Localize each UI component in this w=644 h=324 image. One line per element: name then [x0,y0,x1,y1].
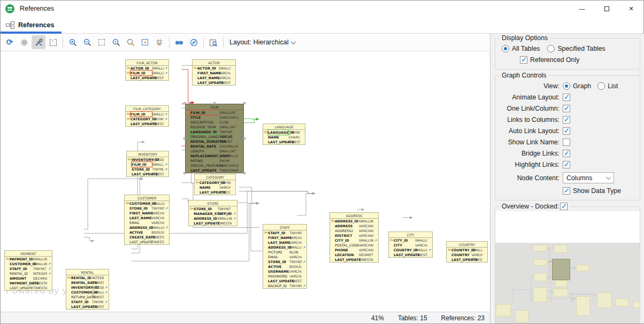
column-row-REPLACEMENT_COST[interactable]: REPLACEMENT_COSTDECIMAL(5,2) [186,153,243,158]
column-row-FILM_ID[interactable]: FILM_IDSMALLINT↗ [126,112,168,117]
reference-link-STORE-STAFF[interactable] [239,187,259,203]
column-row-RENTAL_ID[interactable]: RENTAL_IDINTEGER [66,275,109,280]
table-node-PAYMENT[interactable]: PAYMENTPAYMENT_IDSMALLINTCUSTOMER_IDSMAL… [4,250,52,291]
reference-link-FILM-LANGUAGE[interactable] [244,119,259,119]
selection-handle[interactable] [243,102,246,104]
column-row-LAST_UPDATE[interactable]: LAST_UPDATETIMESTAMP [195,190,235,195]
no-overlap-icon[interactable] [187,35,201,49]
column-row-CITY[interactable]: CITYVARCHAR(50) [389,243,432,248]
table-node-ACTOR[interactable]: ACTORACTOR_IDSMALLINTFIRST_NAMEVARCHAR(4… [192,59,236,86]
column-row-STORE_ID[interactable]: STORE_IDTINYINT↗ [125,206,169,211]
foreign-key-arrow-icon[interactable]: ↗ [373,238,377,243]
column-row-LAST_UPDATE[interactable]: LAST_UPDATETIMESTAMP [447,257,487,262]
table-node-CITY[interactable]: CITYCITY_IDSMALLINTCITYVARCHAR(50)COUNTR… [388,232,433,258]
selection-handle[interactable] [243,137,246,140]
column-row-RETURN_DATE[interactable]: RETURN_DATETIMESTAMP [66,295,109,299]
show-data-type-checkbox[interactable] [563,187,570,195]
column-row-COUNTRY_ID[interactable]: COUNTRY_IDSMALLINT [447,248,487,252]
column-row-COUNTRY[interactable]: COUNTRYVARCHAR(50) [447,252,487,257]
selection-handle[interactable] [213,102,216,104]
column-row-ACTIVE[interactable]: ACTIVEBOOLEAN [125,230,169,235]
close-button[interactable]: ✕ [619,1,643,17]
column-row-ACTOR_ID[interactable]: ACTOR_IDSMALLINT [193,66,235,71]
column-row-LAST_UPDATE[interactable]: LAST_UPDATETIMESTAMP [263,279,306,283]
column-row-LAST_UPDATE[interactable]: LAST_UPDATETIMESTAMP [125,240,169,244]
show-link-name-checkbox[interactable] [563,138,570,146]
maximize-button[interactable] [594,1,619,17]
table-node-LANGUAGE[interactable]: LANGUAGELANGUAGE_IDTINYINTNAMECHAR(20)LA… [263,124,305,145]
column-row-LAST_UPDATE[interactable]: LAST_UPDATETIMESTAMP [127,172,168,176]
column-row-LAST_UPDATE[interactable]: LAST_UPDATETIMESTAMP [126,121,168,126]
column-row-CUSTOMER_ID[interactable]: CUSTOMER_IDSMALLINT↗ [66,290,109,295]
column-row-STAFF_ID[interactable]: STAFF_IDTINYINT↗ [66,299,109,304]
column-row-LAST_UPDATE[interactable]: LAST_UPDATETIMESTAMP [193,80,235,85]
column-row-ADDRESS_ID[interactable]: ADDRESS_IDSMALLINT [330,219,378,223]
foreign-key-arrow-icon[interactable]: ↗ [232,211,236,216]
window-search-icon[interactable] [206,35,220,49]
column-row-PASSWORD[interactable]: PASSWORDVARCHAR(40) [263,274,306,279]
column-row-STORE_ID[interactable]: STORE_IDTINYINT↗ [263,259,306,264]
search-icon[interactable] [124,35,137,49]
column-row-PHONE[interactable]: PHONEVARCHAR(20) [330,248,378,252]
column-row-FILM_ID[interactable]: FILM_IDSMALLINT↗ [127,162,168,167]
selection-handle[interactable] [183,172,186,174]
column-row-MANAGER_STAFF_ID[interactable]: MANAGER_STAFF_IDTINYINT↗ [189,211,237,216]
table-node-CUSTOMER[interactable]: CUSTOMERCUSTOMER_IDSMALLINTSTORE_IDTINYI… [124,195,170,245]
highlight-links-checkbox[interactable] [563,161,570,168]
foreign-key-arrow-icon[interactable]: ↗ [104,285,108,290]
column-row-FIRST_NAME[interactable]: FIRST_NAMEVARCHAR(45) [263,235,306,240]
column-row-LANGUAGE_ID[interactable]: LANGUAGE_IDTINYINT [263,130,305,135]
column-row-CUSTOMER_ID[interactable]: CUSTOMER_IDSMALLINT [125,201,169,206]
tab-references[interactable]: References [1,17,62,33]
view-list-radio[interactable] [597,82,605,90]
column-row-TITLE[interactable]: TITLEVARCHAR(128) [186,115,243,120]
view-graph-radio[interactable] [563,82,570,90]
column-row-ADDRESS_ID[interactable]: ADDRESS_IDSMALLINT↗ [263,245,306,250]
table-node-STORE[interactable]: STORESTORE_IDTINYINTMANAGER_STAFF_IDTINY… [188,200,237,226]
column-row-LENGTH[interactable]: LENGTHSMALLINT [186,149,243,153]
column-row-CUSTOMER_ID[interactable]: CUSTOMER_IDSMALLINT↗ [5,261,52,266]
column-row-CREATE_DATE[interactable]: CREATE_DATETIMESTAMP [125,235,169,240]
column-row-LAST_NAME[interactable]: LAST_NAMEVARCHAR(45) [125,215,169,220]
foreign-key-arrow-icon[interactable]: ↗ [164,162,167,167]
zoom-out-icon[interactable] [80,35,94,49]
table-node-INVENTORY[interactable]: INVENTORYINVENTORY_IDINTEGERFILM_IDSMALL… [126,151,169,177]
zoom-actual-icon[interactable] [109,35,123,49]
column-row-LAST_UPDATE[interactable]: LAST_UPDATETIMESTAMP [66,304,109,309]
table-node-ADDRESS[interactable]: ADDRESSADDRESS_IDSMALLINTADDRESSVARCHAR(… [329,212,379,263]
foreign-key-arrow-icon[interactable]: ↗ [239,129,242,134]
column-row-ACTOR_ID[interactable]: ACTOR_IDSMALLINT↗ [126,66,168,71]
column-row-CITY_ID[interactable]: CITY_IDSMALLINT↗ [330,238,378,243]
find-icon[interactable] [172,35,186,49]
column-row-LAST_UPDATE[interactable]: LAST_UPDATETIMESTAMP [126,75,168,80]
table-node-CATEGORY[interactable]: CATEGORYCATEGORY_IDTINYINTNAMEVARCHAR(25… [194,174,236,195]
refresh-icon[interactable]: ⟳ [3,35,17,49]
column-row-LAST_UPDATE[interactable]: LAST_UPDATETIMESTAMP [330,257,378,262]
zoom-in-icon[interactable] [66,35,80,49]
marquee-zoom-icon[interactable] [95,35,109,49]
layout-selector[interactable]: Layout: Hierarchical [229,38,295,46]
grid-icon[interactable] [152,35,166,49]
foreign-key-arrow-icon[interactable]: ↗ [164,167,167,172]
column-row-ACTIVE[interactable]: ACTIVEBOOLEAN [263,264,306,269]
foreign-key-arrow-icon[interactable]: ↗ [302,259,305,264]
column-row-LOCATION[interactable]: LOCATIONGEOMETRY [330,252,378,257]
column-row-NAME[interactable]: NAMECHAR(20) [263,135,305,140]
overview-docked-checkbox[interactable] [560,203,568,210]
column-row-CATEGORY_ID[interactable]: CATEGORY_IDTINYINT [195,180,235,185]
overview-map[interactable] [495,243,640,323]
table-node-RENTAL[interactable]: RENTALRENTAL_IDINTEGERRENTAL_DATETIMESTA… [66,269,109,310]
selection-handle[interactable] [183,102,186,104]
column-row-FILM_ID[interactable]: FILM_IDSMALLINT [186,110,243,115]
column-row-CATEGORY_ID[interactable]: CATEGORY_IDTINYINT↗ [126,117,168,121]
table-node-COUNTRY[interactable]: COUNTRYCOUNTRY_IDSMALLINTCOUNTRYVARCHAR(… [446,241,488,263]
foreign-key-arrow-icon[interactable]: ↗ [164,206,168,211]
column-row-RATING[interactable]: RATINGENUM [186,158,243,163]
foreign-key-arrow-icon[interactable]: ↗ [164,225,168,230]
referenced-only-checkbox[interactable] [520,56,527,64]
column-row-PAYMENT_DATE[interactable]: PAYMENT_DATETIMESTAMP [5,281,52,286]
column-row-EMAIL[interactable]: EMAILVARCHAR(50) [125,220,169,225]
column-row-ADDRESS2[interactable]: ADDRESS2VARCHAR(50) [330,228,378,233]
column-row-AMOUNT[interactable]: AMOUNTDECIMAL(5,2) [5,276,52,281]
foreign-key-arrow-icon[interactable]: ↗ [47,266,51,271]
